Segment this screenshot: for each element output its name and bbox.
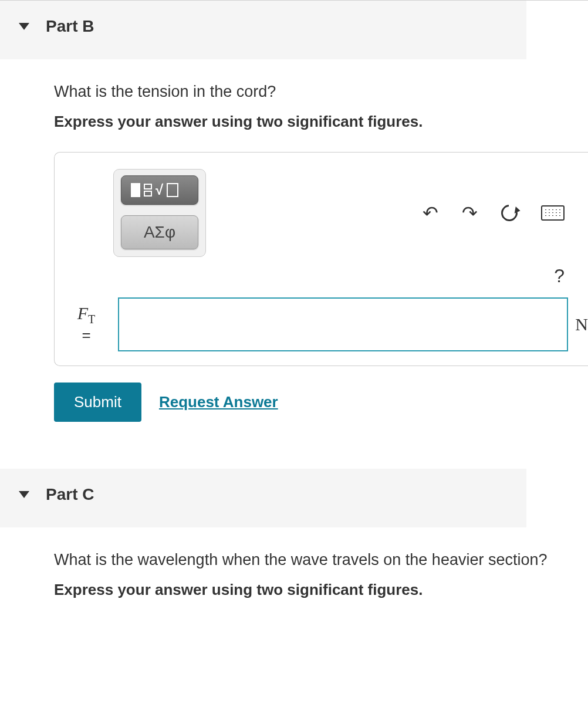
radical-icon: √ [156,182,163,198]
fraction-icon [144,184,152,197]
template-box-icon [131,183,140,197]
equals-sign: = [82,326,90,344]
part-c-title: Part C [46,485,94,504]
answer-box: √ ΑΣφ ↶ ↷ ? FT = N [54,152,588,366]
reset-icon[interactable] [498,201,521,224]
outline-box-icon [167,183,178,197]
part-b-header[interactable]: Part B [0,1,526,59]
part-b-content: What is the tension in the cord? Express… [0,59,588,439]
greek-symbols-button[interactable]: ΑΣφ [121,215,198,249]
keyboard-icon[interactable] [541,205,565,221]
part-c-header[interactable]: Part C [0,469,526,527]
redo-icon[interactable]: ↷ [462,202,478,224]
part-c-content: What is the wavelength when the wave tra… [0,527,588,638]
input-row: FT = N [55,297,588,365]
instruction-text: Express your answer using two significan… [54,113,588,131]
question-text-c: What is the wavelength when the wave tra… [54,551,588,569]
part-b-title: Part B [46,17,94,36]
help-button[interactable]: ? [554,265,565,287]
variable-label: FT [63,303,110,326]
question-text: What is the tension in the cord? [54,83,588,101]
request-answer-link[interactable]: Request Answer [159,393,278,411]
unit-label: N [575,314,588,334]
toolbar: √ ΑΣφ ↶ ↷ [55,153,588,257]
equation-editor-button[interactable]: √ [121,175,198,205]
instruction-text-c: Express your answer using two significan… [54,581,588,599]
submit-button[interactable]: Submit [54,383,141,422]
answer-input[interactable] [118,297,568,351]
undo-icon[interactable]: ↶ [423,202,438,224]
caret-down-icon [19,491,29,498]
caret-down-icon [19,23,29,30]
